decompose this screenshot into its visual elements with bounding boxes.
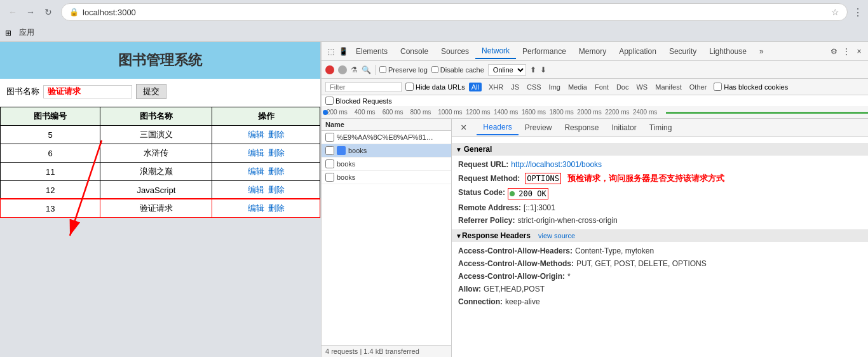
tab-timing[interactable]: Timing — [643, 121, 679, 135]
network-item-name-2: books — [337, 160, 355, 168]
throttle-select[interactable]: Online — [488, 64, 526, 76]
blocked-requests-checkbox[interactable] — [325, 97, 334, 105]
network-item-check-3[interactable] — [325, 173, 334, 182]
delete-link[interactable]: 删除 — [268, 185, 285, 194]
table-row: 11 浪潮之巅 编辑 删除 — [1, 163, 320, 181]
back-button[interactable]: ← — [5, 4, 20, 20]
stop-button[interactable] — [338, 65, 347, 74]
record-button[interactable] — [325, 65, 334, 74]
filter-js[interactable]: JS — [508, 83, 522, 91]
address-text: localhost:3000 — [83, 8, 136, 17]
filter-css[interactable]: CSS — [524, 83, 545, 91]
edit-link[interactable]: 编辑 — [248, 148, 264, 158]
header-value-3: GET,HEAD,POST — [484, 285, 545, 293]
cors-annotation: 预检请求，询问服务器是否支持该请求方式 — [567, 173, 724, 184]
network-item-check-1[interactable] — [325, 146, 334, 155]
filter-manifest[interactable]: Manifest — [652, 83, 685, 91]
has-blocked-cookies-checkbox[interactable]: Has blocked cookies — [714, 83, 788, 91]
edit-link[interactable]: 编辑 — [248, 185, 264, 194]
tab-response[interactable]: Response — [558, 121, 605, 135]
preserve-log-input[interactable] — [379, 66, 386, 73]
hide-data-input[interactable] — [405, 83, 414, 91]
delete-link[interactable]: 删除 — [268, 166, 285, 176]
detail-content: General Request URL: http://localhost:30… — [452, 137, 868, 357]
header-value-0: Content-Type, mytoken — [575, 246, 654, 255]
tab-console[interactable]: Console — [394, 44, 435, 58]
request-method-value: OPTIONS — [525, 173, 561, 184]
books-table: 图书编号 图书名称 操作 5 三国演义 编辑 删除 — [0, 107, 320, 218]
col-header-id: 图书编号 — [1, 107, 100, 126]
devtools-menu-button[interactable]: ⋮ — [840, 45, 853, 58]
hide-data-urls-checkbox[interactable]: Hide data URLs — [405, 83, 465, 91]
tab-security[interactable]: Security — [663, 44, 703, 58]
inspect-element-button[interactable]: ⬚ — [324, 45, 337, 58]
close-detail-button[interactable]: × — [454, 119, 473, 136]
delete-link[interactable]: 删除 — [268, 130, 285, 139]
filter-media[interactable]: Media — [565, 83, 590, 91]
disable-cache-checkbox[interactable]: Disable cache — [431, 66, 484, 74]
tab-lighthouse[interactable]: Lighthouse — [703, 44, 753, 58]
device-toolbar-button[interactable]: 📱 — [337, 45, 349, 58]
disable-cache-label: Disable cache — [440, 66, 484, 74]
tab-headers[interactable]: Headers — [477, 120, 518, 135]
refresh-button[interactable]: ↻ — [41, 4, 56, 20]
submit-button[interactable]: 提交 — [136, 84, 166, 99]
highlighted-table-row: 13 验证请求 编辑 删除 — [1, 199, 320, 218]
network-item-3[interactable]: books — [322, 171, 451, 184]
response-header-0: Access-Control-Allow-Headers: Content-Ty… — [458, 245, 862, 257]
general-section-header[interactable]: General — [452, 143, 868, 156]
page-title: 图书管理系统 — [0, 42, 320, 79]
filter-icon[interactable]: ⚗ — [351, 65, 358, 74]
filter-font[interactable]: Font — [592, 83, 612, 91]
marker-1400: 1400 ms — [494, 109, 522, 116]
edit-link[interactable]: 编辑 — [248, 166, 264, 176]
filter-doc[interactable]: Doc — [613, 83, 632, 91]
disable-cache-input[interactable] — [431, 66, 438, 73]
search-icon[interactable]: 🔍 — [362, 65, 371, 74]
menu-button[interactable]: ⋮ — [853, 6, 863, 18]
filter-img[interactable]: Img — [546, 83, 564, 91]
network-status-bar: 4 requests | 1.4 kB transferred — [322, 345, 451, 357]
marker-200: 200 ms — [327, 109, 355, 116]
has-blocked-input[interactable] — [714, 83, 722, 91]
filter-input[interactable] — [325, 82, 402, 92]
network-item-name-0: %E9%AA%8C%E8%AF%81%E8%... — [337, 133, 438, 141]
settings-button[interactable]: ⚙ — [827, 45, 840, 58]
delete-link[interactable]: 删除 — [268, 203, 285, 213]
tab-memory[interactable]: Memory — [573, 44, 613, 58]
apps-label[interactable]: 应用 — [14, 26, 39, 39]
response-headers-section-header[interactable]: Response Headers view source — [452, 229, 868, 242]
forward-button[interactable]: → — [23, 4, 38, 20]
filter-ws[interactable]: WS — [633, 83, 651, 91]
filter-other[interactable]: Other — [686, 83, 710, 91]
delete-link[interactable]: 删除 — [268, 148, 285, 158]
marker-800: 800 ms — [410, 109, 438, 116]
tab-initiator[interactable]: Initiator — [605, 121, 642, 135]
network-item-1[interactable]: books — [322, 144, 451, 158]
view-source-link[interactable]: view source — [538, 232, 575, 239]
network-item-2[interactable]: books — [322, 158, 451, 171]
tab-elements[interactable]: Elements — [349, 44, 394, 58]
tab-application[interactable]: Application — [613, 44, 663, 58]
tab-network[interactable]: Network — [475, 44, 516, 59]
tab-performance[interactable]: Performance — [516, 44, 573, 58]
search-input[interactable] — [43, 85, 132, 98]
tab-more[interactable]: » — [753, 44, 770, 58]
all-filter-btn[interactable]: All — [469, 83, 482, 91]
network-item-check-0[interactable] — [325, 133, 334, 142]
close-devtools-button[interactable]: × — [853, 45, 865, 58]
edit-link[interactable]: 编辑 — [248, 130, 264, 139]
nav-buttons: ← → ↻ — [5, 4, 56, 20]
preserve-log-checkbox[interactable]: Preserve log — [379, 66, 428, 74]
edit-link[interactable]: 编辑 — [248, 203, 264, 213]
upload-icon[interactable]: ⬆ — [530, 65, 536, 74]
bookmark-icon[interactable]: ☆ — [831, 7, 839, 17]
network-item-check-2[interactable] — [325, 159, 334, 168]
network-item-0[interactable]: %E9%AA%8C%E8%AF%81%E8%... — [322, 131, 451, 144]
tab-sources[interactable]: Sources — [435, 44, 475, 58]
filter-xhr[interactable]: XHR — [485, 83, 506, 91]
download-icon[interactable]: ⬇ — [540, 65, 546, 74]
tab-preview[interactable]: Preview — [519, 121, 559, 135]
address-bar[interactable]: 🔒 localhost:3000 ☆ — [61, 3, 848, 21]
response-header-2: Access-Control-Allow-Origin: * — [458, 270, 862, 283]
